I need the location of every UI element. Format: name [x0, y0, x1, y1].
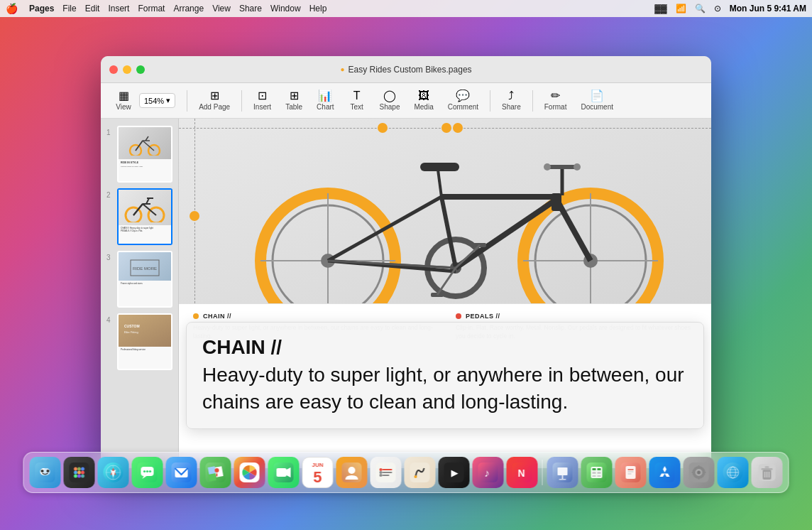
menu-help[interactable]: Help [309, 4, 327, 13]
battery-icon: ▓▓ [654, 4, 667, 13]
menu-share[interactable]: Share [239, 4, 262, 13]
svg-rect-142 [765, 466, 769, 468]
svg-point-66 [81, 475, 84, 478]
svg-rect-99 [410, 463, 430, 482]
svg-point-97 [380, 471, 383, 474]
dock-icon-system-settings[interactable] [684, 457, 715, 488]
dock-icon-numbers[interactable] [581, 457, 613, 488]
svg-rect-116 [598, 472, 601, 474]
thumbnail-image-4[interactable]: CUSTOM Bike Fitting Professional fitting… [117, 313, 172, 370]
toolbar: ▦ View 154% ▾ ⊞ Add Page ⊡ Insert ⊞ Tab [101, 83, 711, 119]
svg-rect-120 [626, 466, 636, 479]
chain-header: CHAIN // [193, 313, 434, 320]
text-button[interactable]: T Text [343, 87, 371, 114]
text-icon: T [353, 90, 361, 102]
menu-edit[interactable]: Edit [85, 4, 100, 13]
svg-text:CUSTOM: CUSTOM [124, 324, 140, 328]
dock-icon-safari[interactable] [98, 457, 129, 488]
svg-point-43 [544, 163, 551, 171]
selection-handle-top[interactable] [378, 123, 388, 133]
selection-handle-left[interactable] [190, 211, 199, 221]
minimize-button[interactable] [123, 65, 131, 74]
toolbar-separator-4 [532, 90, 533, 112]
toolbar-view-group: ▦ View 154% ▾ [109, 87, 175, 114]
format-button[interactable]: ✏ Format [539, 87, 573, 114]
add-page-button[interactable]: ⊞ Add Page [193, 87, 236, 114]
dock-icon-facetime[interactable] [268, 457, 300, 488]
pedals-header: PEDALS // [456, 313, 697, 320]
dock-icon-finder[interactable] [30, 457, 61, 488]
close-button[interactable] [109, 65, 118, 74]
dock-icon-reminders[interactable] [371, 457, 402, 488]
shape-button[interactable]: ◯ Shape [374, 87, 406, 114]
page-thumbnail-2[interactable]: 2 [106, 188, 172, 245]
callout-title: CHAIN // [202, 335, 688, 359]
menu-format[interactable]: Format [138, 4, 165, 13]
apple-menu[interactable]: 🍎 [6, 3, 18, 14]
svg-line-13 [146, 198, 149, 204]
share-button[interactable]: ⤴ Share [496, 87, 527, 114]
svg-point-96 [380, 468, 383, 471]
menu-window[interactable]: Window [270, 4, 301, 13]
comment-button[interactable]: 💬 Comment [442, 87, 484, 114]
svg-rect-129 [698, 465, 700, 467]
zoom-button[interactable]: 154% ▾ [139, 93, 175, 108]
dock-icon-mail[interactable] [166, 457, 197, 488]
thumbnail-image-3[interactable]: RIDE MORE Frame styles and sizes [117, 251, 172, 308]
document-button[interactable]: 📄 Document [575, 87, 619, 114]
selection-handle-right[interactable] [453, 123, 463, 133]
dock: JUN 5 [23, 452, 789, 493]
dock-icon-news[interactable]: N [507, 457, 538, 488]
page-thumbnail-4[interactable]: 4 [106, 313, 172, 370]
thumbnail-image-2[interactable]: CHAIN // Heavy-duty to super light PEDAL… [117, 188, 172, 245]
dock-icon-contacts[interactable] [336, 457, 368, 488]
svg-point-58 [74, 467, 77, 471]
svg-point-91 [349, 467, 356, 474]
media-button[interactable]: 🖼 Media [408, 87, 439, 114]
svg-point-85 [215, 468, 219, 472]
dock-icon-calendar[interactable]: JUN 5 [302, 457, 334, 488]
menu-file[interactable]: File [62, 4, 76, 13]
dock-icon-keynote[interactable] [547, 457, 578, 488]
view-button[interactable]: ▦ View [109, 87, 138, 114]
table-button[interactable]: ⊞ Table [280, 87, 308, 114]
chart-button[interactable]: 📊 Chart [311, 87, 339, 114]
dock-icon-messages[interactable] [132, 457, 163, 488]
chevron-down-icon: ▾ [166, 96, 170, 105]
wifi-icon: 📶 [676, 4, 686, 13]
pages-body: 1 [101, 119, 711, 468]
maximize-button[interactable] [136, 65, 145, 74]
selection-handle-right-top[interactable] [441, 123, 451, 133]
comment-icon: 💬 [456, 90, 470, 102]
insert-button[interactable]: ⊡ Insert [248, 87, 277, 114]
shape-icon: ◯ [383, 90, 396, 102]
menu-arrange[interactable]: Arrange [173, 4, 204, 13]
svg-point-44 [574, 163, 581, 171]
dock-icon-pages[interactable] [615, 457, 647, 488]
dock-icon-maps[interactable] [200, 457, 231, 488]
document-canvas[interactable]: CHAIN // Heavy-duty to super light, or a… [179, 119, 711, 468]
thumbnail-sidebar[interactable]: 1 [101, 119, 179, 468]
thumbnail-image-1[interactable]: RIDE IN STYLE Custom bikes for every rid… [117, 126, 172, 183]
dock-icon-trash[interactable] [752, 457, 783, 488]
search-icon[interactable]: 🔍 [695, 4, 706, 13]
page-thumbnail-1[interactable]: 1 [106, 126, 172, 183]
dock-icon-freeform[interactable] [405, 457, 436, 488]
svg-point-77 [146, 470, 148, 472]
svg-rect-117 [593, 475, 596, 477]
app-name[interactable]: Pages [29, 4, 54, 13]
dock-icon-appletv[interactable]: ▶ [439, 457, 470, 488]
svg-rect-115 [593, 472, 596, 474]
dock-icon-launchpad[interactable] [64, 457, 95, 488]
menu-insert[interactable]: Insert [108, 4, 129, 13]
dock-icon-photos[interactable] [234, 457, 265, 488]
canvas-area: CHAIN // Heavy-duty to super light, or a… [179, 119, 711, 468]
dock-icon-music[interactable]: ♪ [473, 457, 504, 488]
view-icon: ▦ [119, 90, 129, 102]
bike-image [179, 119, 711, 303]
page-thumbnail-3[interactable]: 3 RIDE MORE Frame styles and sizes [106, 251, 172, 308]
dock-icon-screentime[interactable] [718, 457, 749, 488]
menu-view[interactable]: View [212, 4, 231, 13]
control-center-icon[interactable]: ⊙ [714, 4, 721, 13]
dock-icon-appstore[interactable] [649, 457, 681, 488]
